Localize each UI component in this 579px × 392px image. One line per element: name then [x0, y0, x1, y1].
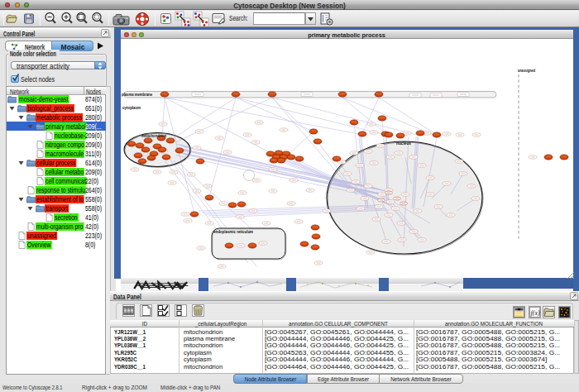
svg-text:endoplasmic reticulum: endoplasmic reticulum	[213, 229, 253, 234]
svg-text:mitochondrion: mitochondrion	[141, 133, 166, 138]
svg-text:nucleus: nucleus	[396, 141, 411, 146]
svg-text:unassigned: unassigned	[518, 68, 535, 73]
svg-text:cytoplasm: cytoplasm	[122, 105, 141, 110]
svg-text:plasma membrane: plasma membrane	[122, 92, 153, 97]
svg-text:f(x): f(x)	[531, 309, 540, 317]
